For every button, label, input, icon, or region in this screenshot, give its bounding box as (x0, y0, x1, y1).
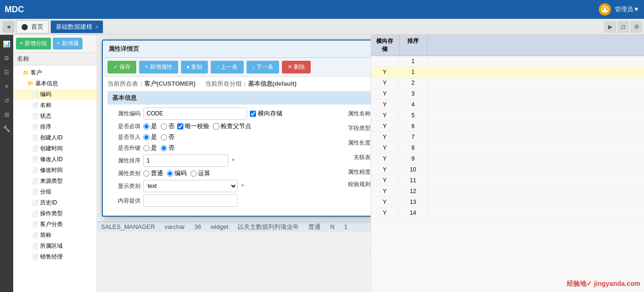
prev-button[interactable]: ↑ 上一条 (211, 61, 243, 73)
right-table-row[interactable]: Y14 (371, 208, 644, 219)
right-table-body: 1Y1Y2Y3Y4Y5Y6Y7Y8Y9Y10Y11Y12Y13Y14 (371, 56, 644, 292)
admin-label[interactable]: 管理员▼ (615, 5, 639, 14)
fk-yes-label[interactable]: 是 (143, 144, 157, 152)
right-table-row[interactable]: 1 (371, 56, 644, 67)
tab-home[interactable]: ⬤ 首页 (16, 20, 49, 33)
right-table-row[interactable]: Y11 (371, 175, 644, 186)
tab-restore[interactable]: ⊡ (618, 21, 629, 32)
right-cell-horizontal: Y (371, 186, 399, 196)
tree-node[interactable]: 📄销售经理 (13, 251, 97, 262)
fk-no-label[interactable]: 否 (161, 144, 174, 152)
tree-node[interactable]: 📄修改人ID (13, 154, 97, 165)
fk-no-radio[interactable] (161, 145, 167, 151)
tree-node[interactable]: 📄分组 (13, 187, 97, 197)
delete-button[interactable]: ✕ 删除 (282, 61, 311, 73)
tab-bar: ◀ ⬤ 首页 基础数据建模 × ▶ ⊡ ⚙ (0, 19, 644, 35)
attr-type-calc-radio[interactable] (190, 170, 197, 177)
right-table-row[interactable]: Y10 (371, 164, 644, 175)
folder-icon: 📁 (23, 70, 29, 76)
icon-box[interactable]: ☰ (1, 67, 12, 77)
tree-node[interactable]: 📄名称 (13, 100, 97, 111)
row-attr-type: 属性类别 普通 编码 运算 (107, 169, 328, 178)
icon-grid[interactable]: ⊞ (1, 109, 12, 120)
file-icon: 📄 (32, 243, 39, 249)
tree-node[interactable]: 📄创建人ID (13, 132, 97, 143)
tab-close-icon[interactable]: × (95, 24, 98, 30)
tree-node[interactable]: 📄状态 (13, 111, 97, 122)
attr-type-normal-radio[interactable] (143, 170, 149, 177)
row-display-type: 显示类别 text widget select * (107, 180, 328, 192)
tree-node[interactable]: 📁客户 (13, 67, 97, 78)
tree-node[interactable]: 📄所属区域 (13, 241, 97, 251)
tree-node[interactable]: 📄创建时间 (13, 143, 97, 154)
right-table-row[interactable]: Y6 (371, 121, 644, 132)
tab-settings[interactable]: ⚙ (631, 21, 642, 32)
tree-node[interactable]: 📄简称 (13, 230, 97, 241)
next-button[interactable]: ↓ 下一条 (247, 61, 279, 73)
tree-node[interactable]: 📄排序 (13, 122, 97, 132)
right-table-row[interactable]: Y12 (371, 186, 644, 197)
right-panel: 横向存储 排序 1Y1Y2Y3Y4Y5Y6Y7Y8Y9Y10Y11Y12Y13Y… (371, 35, 644, 292)
attr-type-normal-label[interactable]: 普通 (143, 169, 163, 178)
right-table-row[interactable]: Y2 (371, 78, 644, 89)
attr-type-code-radio[interactable] (167, 170, 173, 177)
import-no-radio[interactable] (161, 134, 167, 140)
right-table-row[interactable]: Y4 (371, 99, 644, 110)
check-parent-checkbox[interactable] (213, 123, 219, 130)
display-type-select[interactable]: text widget select (143, 180, 238, 192)
tree-node[interactable]: 📄修改时间 (13, 165, 97, 176)
add-group-button[interactable]: + 新增分组 (16, 38, 51, 49)
tree-node[interactable]: 📁基本信息 (13, 78, 97, 89)
tab-nav-left[interactable]: ◀ (3, 21, 14, 32)
right-table-row[interactable]: Y13 (371, 197, 644, 208)
import-yes-radio[interactable] (143, 134, 149, 140)
tree-node-label: 修改时间 (40, 166, 63, 174)
tab-nav-right[interactable]: ▶ (604, 21, 616, 32)
copy-button[interactable]: ♦ 复制 (181, 61, 208, 73)
related-table-label: 关联表 (338, 154, 371, 162)
unique-checkbox-group: 唯一校验 检查父节点 (177, 122, 251, 130)
tree-node[interactable]: 📄操作类型 (13, 208, 97, 219)
tree-node[interactable]: 📄编码 (13, 89, 97, 100)
icon-list[interactable]: ≡ (1, 81, 12, 91)
tree-node[interactable]: 📄客户分类 (13, 219, 97, 230)
tab-active[interactable]: 基础数据建模 × (50, 20, 103, 33)
attr-order-input[interactable] (143, 154, 228, 167)
right-cell-order: 12 (399, 186, 428, 196)
right-table-row[interactable]: Y5 (371, 110, 644, 121)
save-button[interactable]: ✓ 保存 (107, 61, 136, 73)
fk-yes-radio[interactable] (143, 145, 149, 151)
right-cell-horizontal: Y (371, 110, 399, 121)
dialog-header: 属性详情页 ✕ (103, 41, 371, 58)
icon-wrench[interactable]: 🔧 (1, 123, 12, 134)
unique-checkbox[interactable] (177, 123, 183, 130)
right-table-row[interactable]: Y3 (371, 89, 644, 99)
attr-type-code-label[interactable]: 编码 (167, 169, 187, 178)
row-attr-length: 属性长度 * (338, 137, 371, 149)
tree-node[interactable]: 📄来源类型 (13, 176, 97, 187)
right-table-row[interactable]: Y1 (371, 67, 644, 78)
add-attr-button[interactable]: + 新增属性 (139, 61, 178, 73)
right-table-row[interactable]: Y9 (371, 154, 644, 164)
horizontal-checkbox[interactable] (250, 111, 256, 117)
right-table-row[interactable]: Y8 (371, 143, 644, 154)
required-no-radio[interactable] (161, 123, 167, 130)
import-no-label[interactable]: 否 (161, 133, 174, 141)
add-item-button[interactable]: + 新增属 (53, 38, 82, 49)
tree-col-label: 名称 (17, 55, 29, 62)
required-yes-label[interactable]: 是 (143, 122, 157, 130)
icon-chart[interactable]: 📊 (1, 39, 12, 49)
attr-code-input[interactable] (143, 107, 247, 120)
bottom-col4: widget (211, 223, 229, 230)
required-yes-radio[interactable] (143, 123, 149, 130)
required-no-label[interactable]: 否 (161, 122, 174, 130)
icon-refresh[interactable]: ↺ (1, 95, 12, 105)
import-yes-label[interactable]: 是 (143, 133, 157, 141)
display-type-required: * (241, 183, 244, 190)
tree-node[interactable]: 📄历史ID (13, 197, 97, 208)
attr-type-calc-label[interactable]: 运算 (190, 169, 210, 178)
icon-settings-small[interactable]: ⚙ (1, 53, 12, 63)
right-table-row[interactable]: Y7 (371, 132, 644, 143)
tree-node-label: 名称 (40, 101, 51, 109)
content-prompt-input[interactable] (143, 195, 238, 207)
